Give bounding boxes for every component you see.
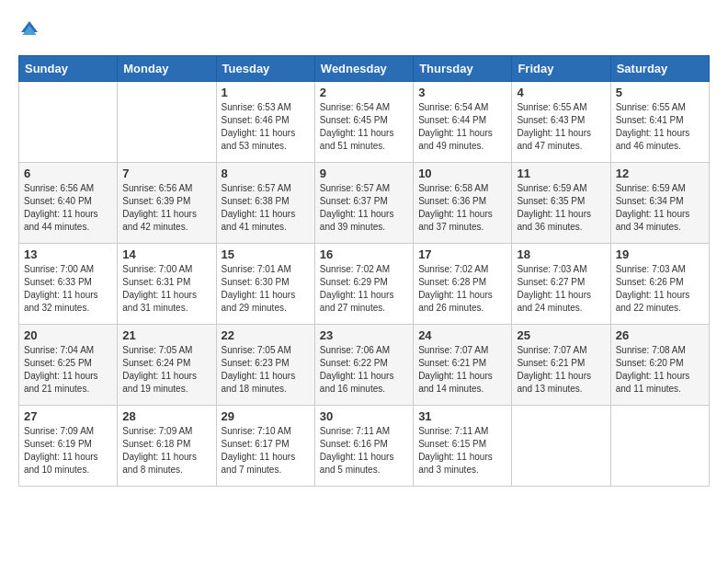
- day-number: 5: [616, 86, 704, 99]
- day-info: Sunrise: 7:11 AM Sunset: 6:16 PM Dayligh…: [320, 425, 408, 477]
- day-info: Sunrise: 7:09 AM Sunset: 6:18 PM Dayligh…: [122, 425, 210, 477]
- weekday-header-wednesday: Wednesday: [314, 56, 413, 82]
- day-info: Sunrise: 7:05 AM Sunset: 6:23 PM Dayligh…: [222, 344, 310, 396]
- day-info: Sunrise: 7:03 AM Sunset: 6:27 PM Dayligh…: [517, 263, 605, 315]
- day-number: 4: [517, 86, 605, 99]
- logo-icon: [18, 18, 40, 40]
- calendar-cell: 25Sunrise: 7:07 AM Sunset: 6:21 PM Dayli…: [512, 325, 610, 406]
- day-number: 21: [122, 328, 210, 342]
- day-info: Sunrise: 7:08 AM Sunset: 6:20 PM Dayligh…: [616, 344, 704, 396]
- day-number: 30: [320, 409, 408, 423]
- day-info: Sunrise: 7:05 AM Sunset: 6:24 PM Dayligh…: [122, 344, 210, 396]
- weekday-header-friday: Friday: [512, 56, 610, 82]
- day-info: Sunrise: 6:57 AM Sunset: 6:38 PM Dayligh…: [222, 182, 310, 234]
- calendar-cell: 26Sunrise: 7:08 AM Sunset: 6:20 PM Dayli…: [610, 325, 709, 406]
- day-info: Sunrise: 6:59 AM Sunset: 6:35 PM Dayligh…: [517, 182, 605, 234]
- day-info: Sunrise: 6:55 AM Sunset: 6:43 PM Dayligh…: [517, 101, 605, 153]
- calendar-cell: 6Sunrise: 6:56 AM Sunset: 6:40 PM Daylig…: [19, 163, 118, 244]
- day-info: Sunrise: 6:58 AM Sunset: 6:36 PM Dayligh…: [418, 182, 506, 234]
- calendar-cell: 18Sunrise: 7:03 AM Sunset: 6:27 PM Dayli…: [512, 244, 610, 325]
- calendar-cell: [19, 82, 118, 163]
- weekday-header-tuesday: Tuesday: [216, 56, 314, 82]
- calendar-cell: 31Sunrise: 7:11 AM Sunset: 6:15 PM Dayli…: [414, 406, 512, 487]
- day-info: Sunrise: 7:00 AM Sunset: 6:33 PM Dayligh…: [24, 263, 112, 315]
- calendar-cell: 4Sunrise: 6:55 AM Sunset: 6:43 PM Daylig…: [512, 82, 610, 163]
- day-number: 2: [320, 86, 408, 99]
- day-number: 11: [517, 167, 605, 180]
- week-row-3: 13Sunrise: 7:00 AM Sunset: 6:33 PM Dayli…: [19, 244, 710, 325]
- day-info: Sunrise: 7:07 AM Sunset: 6:21 PM Dayligh…: [517, 344, 605, 396]
- day-number: 17: [418, 247, 506, 261]
- day-number: 18: [517, 247, 605, 261]
- day-number: 19: [616, 247, 704, 261]
- day-info: Sunrise: 7:00 AM Sunset: 6:31 PM Dayligh…: [122, 263, 210, 315]
- weekday-header-thursday: Thursday: [414, 56, 512, 82]
- calendar-cell: 17Sunrise: 7:02 AM Sunset: 6:28 PM Dayli…: [414, 244, 512, 325]
- logo: [18, 18, 44, 40]
- day-info: Sunrise: 7:11 AM Sunset: 6:15 PM Dayligh…: [418, 425, 506, 477]
- day-info: Sunrise: 6:55 AM Sunset: 6:41 PM Dayligh…: [616, 101, 704, 153]
- calendar-cell: 8Sunrise: 6:57 AM Sunset: 6:38 PM Daylig…: [216, 163, 314, 244]
- day-info: Sunrise: 6:56 AM Sunset: 6:40 PM Dayligh…: [24, 182, 112, 234]
- day-number: 27: [24, 409, 112, 423]
- weekday-header-saturday: Saturday: [610, 56, 709, 82]
- day-info: Sunrise: 6:57 AM Sunset: 6:37 PM Dayligh…: [320, 182, 408, 234]
- day-info: Sunrise: 7:02 AM Sunset: 6:29 PM Dayligh…: [320, 263, 408, 315]
- day-number: 3: [418, 86, 506, 99]
- calendar-cell: 20Sunrise: 7:04 AM Sunset: 6:25 PM Dayli…: [19, 325, 118, 406]
- calendar-cell: 29Sunrise: 7:10 AM Sunset: 6:17 PM Dayli…: [216, 406, 314, 487]
- calendar-cell: 22Sunrise: 7:05 AM Sunset: 6:23 PM Dayli…: [216, 325, 314, 406]
- calendar-cell: 7Sunrise: 6:56 AM Sunset: 6:39 PM Daylig…: [118, 163, 216, 244]
- calendar-cell: [610, 406, 709, 487]
- day-number: 8: [222, 167, 310, 180]
- day-number: 9: [320, 167, 408, 180]
- day-info: Sunrise: 7:06 AM Sunset: 6:22 PM Dayligh…: [320, 344, 408, 396]
- week-row-5: 27Sunrise: 7:09 AM Sunset: 6:19 PM Dayli…: [19, 406, 710, 487]
- day-info: Sunrise: 6:59 AM Sunset: 6:34 PM Dayligh…: [616, 182, 704, 234]
- day-number: 25: [517, 328, 605, 342]
- day-info: Sunrise: 7:09 AM Sunset: 6:19 PM Dayligh…: [24, 425, 112, 477]
- day-number: 26: [616, 328, 704, 342]
- day-number: 13: [24, 247, 112, 261]
- week-row-4: 20Sunrise: 7:04 AM Sunset: 6:25 PM Dayli…: [19, 325, 710, 406]
- calendar-cell: 24Sunrise: 7:07 AM Sunset: 6:21 PM Dayli…: [414, 325, 512, 406]
- day-number: 7: [122, 167, 210, 180]
- calendar-cell: 5Sunrise: 6:55 AM Sunset: 6:41 PM Daylig…: [610, 82, 709, 163]
- calendar-cell: [512, 406, 610, 487]
- calendar-cell: 19Sunrise: 7:03 AM Sunset: 6:26 PM Dayli…: [610, 244, 709, 325]
- day-info: Sunrise: 7:01 AM Sunset: 6:30 PM Dayligh…: [222, 263, 310, 315]
- week-row-2: 6Sunrise: 6:56 AM Sunset: 6:40 PM Daylig…: [19, 163, 710, 244]
- calendar-cell: 23Sunrise: 7:06 AM Sunset: 6:22 PM Dayli…: [314, 325, 413, 406]
- calendar-cell: 16Sunrise: 7:02 AM Sunset: 6:29 PM Dayli…: [314, 244, 413, 325]
- day-number: 28: [122, 409, 210, 423]
- week-row-1: 1Sunrise: 6:53 AM Sunset: 6:46 PM Daylig…: [19, 82, 710, 163]
- day-number: 23: [320, 328, 408, 342]
- day-info: Sunrise: 6:54 AM Sunset: 6:44 PM Dayligh…: [418, 101, 506, 153]
- day-number: 12: [616, 167, 704, 180]
- weekday-header-sunday: Sunday: [19, 56, 118, 82]
- day-info: Sunrise: 6:53 AM Sunset: 6:46 PM Dayligh…: [222, 101, 310, 153]
- day-info: Sunrise: 6:54 AM Sunset: 6:45 PM Dayligh…: [320, 101, 408, 153]
- day-number: 31: [418, 409, 506, 423]
- day-number: 14: [122, 247, 210, 261]
- weekday-header-monday: Monday: [118, 56, 216, 82]
- calendar-cell: 1Sunrise: 6:53 AM Sunset: 6:46 PM Daylig…: [216, 82, 314, 163]
- calendar-table: SundayMondayTuesdayWednesdayThursdayFrid…: [18, 55, 710, 487]
- weekday-header-row: SundayMondayTuesdayWednesdayThursdayFrid…: [19, 56, 710, 82]
- day-number: 1: [222, 86, 310, 99]
- calendar-cell: 2Sunrise: 6:54 AM Sunset: 6:45 PM Daylig…: [314, 82, 413, 163]
- calendar-cell: 28Sunrise: 7:09 AM Sunset: 6:18 PM Dayli…: [118, 406, 216, 487]
- calendar-cell: [118, 82, 216, 163]
- header: [18, 18, 710, 40]
- day-number: 29: [222, 409, 310, 423]
- calendar-cell: 12Sunrise: 6:59 AM Sunset: 6:34 PM Dayli…: [610, 163, 709, 244]
- day-info: Sunrise: 7:10 AM Sunset: 6:17 PM Dayligh…: [222, 425, 310, 477]
- calendar-cell: 30Sunrise: 7:11 AM Sunset: 6:16 PM Dayli…: [314, 406, 413, 487]
- day-info: Sunrise: 7:07 AM Sunset: 6:21 PM Dayligh…: [418, 344, 506, 396]
- day-number: 6: [24, 167, 112, 180]
- day-number: 20: [24, 328, 112, 342]
- calendar-cell: 27Sunrise: 7:09 AM Sunset: 6:19 PM Dayli…: [19, 406, 118, 487]
- calendar-cell: 9Sunrise: 6:57 AM Sunset: 6:37 PM Daylig…: [314, 163, 413, 244]
- day-number: 15: [222, 247, 310, 261]
- day-number: 10: [418, 167, 506, 180]
